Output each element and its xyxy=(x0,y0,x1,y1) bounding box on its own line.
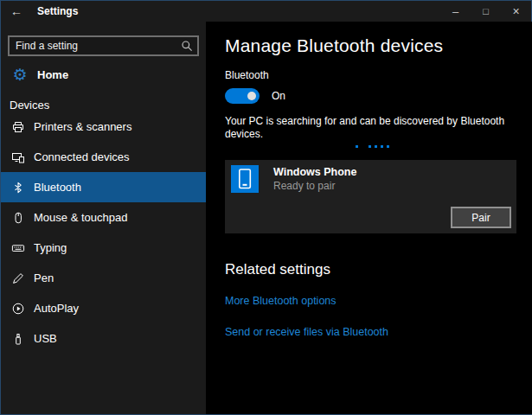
sidebar-item-autoplay[interactable]: AutoPlay xyxy=(1,293,206,323)
sidebar-item-bluetooth[interactable]: Bluetooth xyxy=(1,172,206,202)
settings-window: ← Settings – □ × ⚙ Home Dev xyxy=(0,0,532,415)
toggle-knob xyxy=(247,92,256,100)
bluetooth-toggle-row: On xyxy=(225,88,519,104)
back-button[interactable]: ← xyxy=(1,1,32,22)
sidebar-item-label: AutoPlay xyxy=(34,302,79,315)
link-send-receive-files-bluetooth[interactable]: Send or receive files via Bluetooth xyxy=(225,326,519,338)
search-input[interactable] xyxy=(10,40,176,52)
sidebar-item-label: Typing xyxy=(34,241,67,254)
link-more-bluetooth-options[interactable]: More Bluetooth options xyxy=(225,295,519,307)
sidebar-item-label: Home xyxy=(37,68,68,81)
toggle-state-label: On xyxy=(272,90,285,102)
mouse-icon xyxy=(10,211,26,225)
page-title: Manage Bluetooth devices xyxy=(225,35,519,56)
pen-icon xyxy=(10,271,26,285)
minimize-button[interactable]: – xyxy=(440,1,471,22)
printer-icon xyxy=(10,120,26,134)
progress-dots xyxy=(225,145,519,148)
gear-icon: ⚙ xyxy=(11,67,29,83)
search-icon[interactable] xyxy=(176,40,197,52)
phone-icon xyxy=(231,165,259,193)
sidebar-item-pen[interactable]: Pen xyxy=(1,263,206,293)
sidebar-item-mouse-touchpad[interactable]: Mouse & touchpad xyxy=(1,202,206,233)
sidebar-section-devices: Devices xyxy=(1,86,206,112)
monitor-icon xyxy=(10,150,26,164)
settings-sidebar: ⚙ Home Devices Printers & scanners xyxy=(1,22,206,414)
device-name: Windows Phone xyxy=(273,166,356,178)
sidebar-item-usb[interactable]: USB xyxy=(1,323,206,354)
sidebar-item-home[interactable]: ⚙ Home xyxy=(1,63,206,86)
bluetooth-icon xyxy=(10,181,26,195)
sidebar-nav: Printers & scanners Connected devices xyxy=(1,112,206,354)
bluetooth-toggle-label: Bluetooth xyxy=(225,69,519,81)
pair-button[interactable]: Pair xyxy=(451,207,511,228)
close-button[interactable]: × xyxy=(501,1,531,22)
usb-icon xyxy=(10,332,26,346)
sidebar-item-label: Connected devices xyxy=(34,150,130,163)
bluetooth-settings-page: Manage Bluetooth devices Bluetooth On Yo… xyxy=(206,22,532,414)
sidebar-item-connected-devices[interactable]: Connected devices xyxy=(1,142,206,172)
device-info: Windows Phone Ready to pair xyxy=(273,166,356,192)
search-box xyxy=(8,35,199,56)
maximize-button[interactable]: □ xyxy=(471,1,501,22)
window-controls: – □ × xyxy=(440,1,531,22)
keyboard-icon xyxy=(10,241,26,255)
device-status: Ready to pair xyxy=(273,180,356,192)
sidebar-item-label: Bluetooth xyxy=(34,181,81,194)
autoplay-icon xyxy=(10,302,26,316)
sidebar-item-label: Mouse & touchpad xyxy=(34,211,127,224)
sidebar-item-printers-scanners[interactable]: Printers & scanners xyxy=(1,112,206,142)
bluetooth-toggle[interactable] xyxy=(225,88,260,104)
device-card[interactable]: Windows Phone Ready to pair Pair xyxy=(225,160,516,233)
sidebar-item-typing[interactable]: Typing xyxy=(1,233,206,263)
sidebar-item-label: USB xyxy=(34,332,57,345)
search-status-text: Your PC is searching for and can be disc… xyxy=(225,115,519,141)
related-settings-title: Related settings xyxy=(225,261,519,278)
sidebar-item-label: Pen xyxy=(34,271,54,284)
window-title: Settings xyxy=(37,5,78,17)
titlebar: ← Settings – □ × xyxy=(1,1,531,22)
sidebar-item-label: Printers & scanners xyxy=(34,120,131,133)
